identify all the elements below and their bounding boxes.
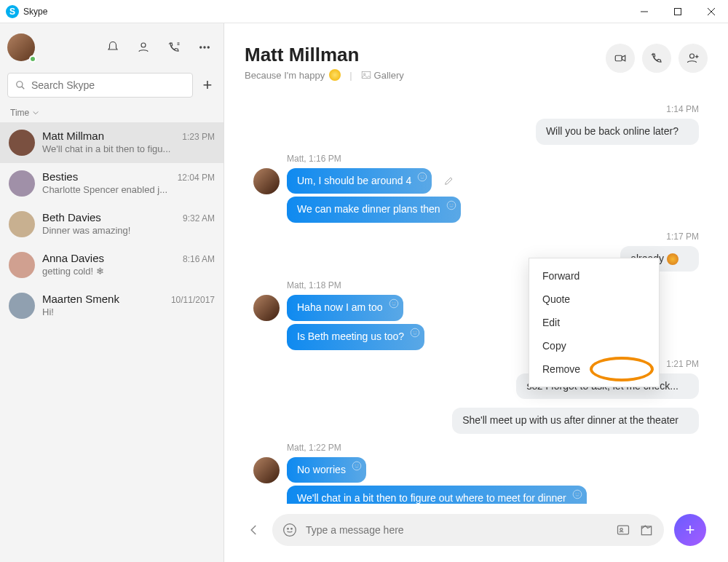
separator: | bbox=[349, 70, 352, 81]
react-icon[interactable] bbox=[352, 461, 362, 471]
conversation-item[interactable]: Beth Davies9:32 AM Dinner was amazing! bbox=[0, 204, 223, 245]
send-button[interactable]: + bbox=[674, 514, 706, 546]
react-icon[interactable] bbox=[446, 200, 456, 210]
sort-dropdown[interactable]: Time bbox=[0, 103, 223, 122]
close-button[interactable] bbox=[695, 0, 728, 23]
react-icon[interactable] bbox=[410, 328, 420, 338]
svg-point-28 bbox=[414, 331, 414, 332]
svg-point-26 bbox=[395, 303, 395, 304]
svg-point-18 bbox=[418, 173, 427, 181]
svg-point-22 bbox=[449, 204, 450, 205]
svg-point-37 bbox=[288, 529, 289, 530]
conversation-time: 9:32 AM bbox=[183, 213, 215, 223]
video-call-button[interactable] bbox=[606, 44, 635, 73]
svg-point-24 bbox=[389, 300, 398, 309]
sort-label: Time bbox=[10, 108, 29, 118]
notifications-icon[interactable] bbox=[106, 40, 120, 55]
minimize-button[interactable] bbox=[628, 0, 661, 23]
titlebar: S Skype bbox=[0, 0, 728, 23]
conversation-item[interactable]: Maarten Smenk10/11/2017 Hi! bbox=[0, 285, 223, 326]
react-icon[interactable] bbox=[572, 489, 582, 499]
context-edit[interactable]: Edit bbox=[529, 311, 659, 334]
conversation-item[interactable]: Anna Davies8:16 AM getting cold! ❄ bbox=[0, 245, 223, 285]
conversation-time: 8:16 AM bbox=[183, 254, 215, 264]
conversation-list: Matt Millman1:23 PM We'll chat in a bit … bbox=[0, 122, 223, 562]
message-meta: Matt, 1:22 PM bbox=[287, 443, 587, 453]
chevron-down-icon bbox=[32, 109, 39, 116]
svg-rect-1 bbox=[675, 8, 681, 15]
more-icon[interactable] bbox=[197, 40, 212, 55]
new-chat-button[interactable]: + bbox=[199, 76, 216, 94]
incoming-message[interactable]: Um, I should be around 4 bbox=[287, 168, 432, 194]
svg-point-8 bbox=[204, 47, 205, 48]
conversation-name: Beth Davies bbox=[42, 211, 101, 223]
sidebar: + Time Matt Millman1:23 PM We'll chat in… bbox=[0, 23, 224, 562]
svg-point-15 bbox=[690, 54, 695, 58]
conversation-preview: Hi! bbox=[42, 306, 215, 317]
incoming-message[interactable]: Is Beth meeting us too? bbox=[287, 324, 424, 350]
calls-icon[interactable] bbox=[167, 40, 181, 55]
svg-rect-39 bbox=[618, 526, 629, 534]
incoming-message[interactable]: Haha now I am too bbox=[287, 295, 403, 321]
sender-avatar-icon bbox=[253, 168, 280, 194]
avatar-icon bbox=[9, 170, 35, 197]
compose-box[interactable] bbox=[272, 514, 664, 546]
svg-point-30 bbox=[352, 462, 361, 470]
search-input[interactable] bbox=[31, 79, 185, 91]
conversation-preview: Dinner was amazing! bbox=[42, 225, 215, 236]
incoming-message[interactable]: We can make dinner plans then bbox=[287, 197, 461, 223]
back-button[interactable] bbox=[246, 522, 262, 538]
conversation-time: 12:04 PM bbox=[178, 173, 215, 183]
svg-point-40 bbox=[620, 529, 622, 531]
add-participant-button[interactable] bbox=[678, 44, 708, 73]
window-title: Skype bbox=[23, 7, 47, 17]
edit-icon[interactable] bbox=[443, 175, 455, 186]
contact-card-button[interactable] bbox=[616, 523, 630, 537]
svg-point-9 bbox=[207, 47, 209, 48]
conversation-time: 10/11/2017 bbox=[171, 295, 215, 305]
chat-status: Because I'm happy bbox=[245, 70, 325, 81]
svg-point-20 bbox=[423, 175, 424, 176]
context-remove[interactable]: Remove bbox=[529, 357, 659, 381]
svg-point-27 bbox=[411, 328, 419, 337]
message-input[interactable] bbox=[306, 524, 607, 536]
outgoing-message[interactable]: She'll meet up with us after dinner at t… bbox=[452, 408, 699, 434]
svg-point-36 bbox=[284, 524, 296, 537]
gallery-link[interactable]: Gallery bbox=[361, 70, 404, 81]
svg-point-23 bbox=[452, 204, 453, 205]
attach-file-button[interactable] bbox=[639, 523, 654, 537]
search-input-wrapper[interactable] bbox=[7, 73, 193, 98]
skype-logo-icon: S bbox=[6, 5, 19, 18]
emoji-picker-button[interactable] bbox=[282, 523, 297, 537]
svg-point-38 bbox=[291, 529, 293, 530]
message-meta: Matt, 1:18 PM bbox=[287, 280, 424, 290]
conversation-time: 1:23 PM bbox=[182, 132, 215, 142]
presence-dot-icon bbox=[29, 55, 36, 63]
avatar-icon bbox=[9, 252, 35, 278]
react-icon[interactable] bbox=[417, 172, 427, 182]
message-meta: Matt, 1:16 PM bbox=[287, 154, 461, 164]
maximize-button[interactable] bbox=[661, 0, 695, 23]
context-quote[interactable]: Quote bbox=[529, 288, 659, 311]
conversation-preview: Charlotte Spencer enabled j... bbox=[42, 184, 215, 195]
svg-point-4 bbox=[141, 43, 146, 47]
context-copy[interactable]: Copy bbox=[529, 334, 659, 357]
svg-point-32 bbox=[357, 464, 358, 465]
react-icon[interactable] bbox=[389, 298, 399, 309]
svg-point-21 bbox=[447, 201, 456, 210]
conversation-item[interactable]: Matt Millman1:23 PM We'll chat in a bit … bbox=[0, 122, 223, 163]
audio-call-button[interactable] bbox=[642, 44, 671, 73]
svg-rect-14 bbox=[615, 55, 622, 61]
conversation-preview: We'll chat in a bit then to figu... bbox=[42, 143, 215, 154]
self-avatar[interactable] bbox=[7, 33, 35, 61]
incoming-message[interactable]: No worries bbox=[287, 457, 366, 483]
conversation-item[interactable]: Besties12:04 PM Charlotte Spencer enable… bbox=[0, 163, 223, 204]
composer: + bbox=[224, 504, 728, 562]
incoming-message[interactable]: We'll chat in a bit then to figure out w… bbox=[287, 486, 587, 504]
svg-point-31 bbox=[355, 464, 356, 465]
contacts-icon[interactable] bbox=[136, 40, 151, 55]
svg-point-25 bbox=[392, 303, 392, 304]
search-icon bbox=[15, 80, 25, 90]
outgoing-message[interactable]: Will you be back online later? bbox=[536, 119, 699, 145]
context-forward[interactable]: Forward bbox=[529, 264, 659, 288]
